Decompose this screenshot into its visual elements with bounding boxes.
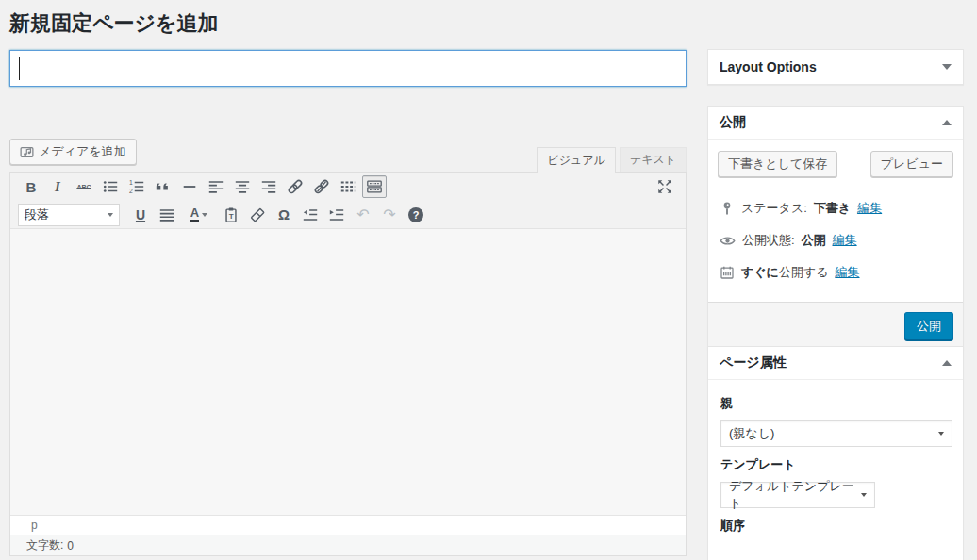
keyboard-icon [366,178,383,195]
publish-header[interactable]: 公開 [708,107,963,139]
clear-formatting-button[interactable] [245,204,270,226]
horizontal-rule-icon [181,178,198,195]
toolbar-row-2: 段落 U A T Ω [10,201,686,229]
publish-panel: 公開 下書きとして保存 プレビュー ステータス: 下書き 編集 公開状態: 公開… [707,106,964,350]
redo-icon: ↷ [383,207,395,222]
minor-publishing-actions: 下書きとして保存 プレビュー [718,151,953,177]
status-row: ステータス: 下書き 編集 [718,192,953,224]
underline-button[interactable]: U [128,204,153,226]
tab-visual[interactable]: ビジュアル [537,147,615,173]
help-button[interactable]: ? [404,204,428,226]
bullet-list-button[interactable] [98,175,123,198]
paragraph-dropdown-value: 段落 [25,206,49,223]
eye-icon [720,233,736,249]
page-attributes-body: 親 (親なし) テンプレート デフォルトテンプレート 順序 [708,379,963,556]
schedule-row: すぐに公開する 編集 [718,256,953,288]
toolbar-toggle-button[interactable] [362,175,387,198]
layout-options-panel: Layout Options [707,49,964,85]
svg-text:2: 2 [129,188,133,194]
horizontal-rule-button[interactable] [177,175,202,198]
tab-text[interactable]: テキスト [620,147,687,172]
italic-button[interactable]: I [45,175,70,198]
special-character-button[interactable]: Ω [272,204,296,226]
redo-button[interactable]: ↷ [377,204,402,226]
indent-icon [328,206,345,223]
justify-icon [158,206,175,223]
pin-icon [720,201,735,216]
unlink-button[interactable] [309,175,334,198]
align-right-icon [260,178,277,195]
editor-mode-tabs: ビジュアル テキスト [9,147,687,173]
fullscreen-button[interactable] [653,175,677,198]
align-left-button[interactable] [204,175,228,198]
element-path[interactable]: p [31,519,38,532]
page-title: 新規固定ページを追加 [9,9,219,38]
paste-as-text-button[interactable]: T [219,204,243,226]
align-right-button[interactable] [257,175,281,198]
chevron-down-icon [202,213,207,217]
undo-icon: ↶ [356,207,369,222]
blockquote-icon [155,178,172,195]
more-tag-icon [339,178,356,195]
strikethrough-button[interactable]: ABC [72,175,96,198]
parent-label: 親 [720,395,951,412]
bold-button[interactable]: B [19,175,43,198]
undo-button[interactable]: ↶ [351,204,375,226]
page-attributes-panel: ページ属性 親 (親なし) テンプレート デフォルトテンプレート 順序 [707,346,964,560]
calendar-icon [720,265,735,280]
visibility-row: 公開状態: 公開 編集 [718,224,953,256]
more-tag-button[interactable] [336,175,360,198]
paste-as-text-icon: T [223,206,240,223]
layout-options-header[interactable]: Layout Options [708,50,963,84]
edit-status-link[interactable]: 編集 [857,200,882,217]
save-draft-button[interactable]: 下書きとして保存 [718,151,837,177]
publish-button[interactable]: 公開 [904,312,953,340]
numbered-list-button[interactable]: 1 2 [124,175,149,198]
link-icon [287,178,304,195]
justify-button[interactable] [155,204,179,226]
indent-button[interactable] [324,204,349,226]
template-select-value: デフォルトテンプレート [729,478,861,512]
chevron-down-icon [861,493,867,497]
parent-select[interactable]: (親なし) [720,420,952,447]
word-count-bar: 文字数: 0 [10,535,686,555]
align-center-button[interactable] [230,175,255,198]
bold-icon: B [26,179,37,195]
page-attributes-header[interactable]: ページ属性 [708,347,963,379]
chevron-up-icon [942,360,952,366]
layout-options-title: Layout Options [720,59,817,74]
publish-title: 公開 [720,114,746,131]
bullet-list-icon [102,178,119,195]
preview-button[interactable]: プレビュー [870,151,953,177]
chevron-up-icon [942,120,952,125]
visibility-value: 公開 [802,232,826,249]
status-label: ステータス: [741,200,807,217]
text-cursor [19,57,20,80]
paragraph-dropdown[interactable]: 段落 [18,204,120,226]
edit-schedule-link[interactable]: 編集 [836,264,860,281]
svg-text:T: T [229,212,234,221]
schedule-rest: 公開する [779,265,829,279]
order-label: 順序 [720,518,951,535]
italic-icon: I [55,179,60,195]
text-color-button[interactable]: A [181,204,217,226]
title-field-wrap [9,50,687,87]
eraser-icon [249,206,266,223]
parent-select-value: (親なし) [729,425,774,442]
align-left-icon [207,178,224,195]
blockquote-button[interactable] [151,175,175,198]
outdent-icon [302,206,319,223]
template-label: テンプレート [720,456,951,473]
editor-content-area[interactable] [10,229,686,515]
edit-visibility-link[interactable]: 編集 [833,232,857,249]
outdent-button[interactable] [298,204,323,226]
content-editor: B I ABC 1 2 [9,172,687,556]
unlink-icon [313,178,330,195]
special-character-icon: Ω [278,206,290,222]
link-button[interactable] [283,175,307,198]
template-select[interactable]: デフォルトテンプレート [720,482,875,508]
page-title-input[interactable] [9,50,687,87]
chevron-down-icon [938,432,944,436]
word-count-label: 文字数: [26,537,63,553]
chevron-down-icon [942,64,952,70]
